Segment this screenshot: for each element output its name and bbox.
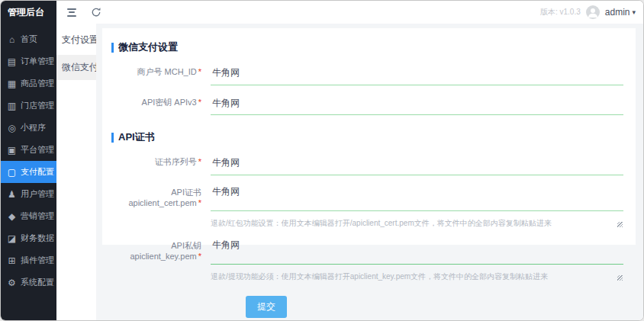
sidebar-item-label: 系统配置 <box>21 277 54 288</box>
app-logo: 管理后台 <box>1 1 56 24</box>
sidebar-item-platform[interactable]: ▣ 平台管理 <box>1 139 56 161</box>
required-mark: * <box>198 198 201 207</box>
sidebar-item-label: 商品管理 <box>21 78 54 89</box>
sidebar-item-users[interactable]: ♟ 用户管理 <box>1 183 56 205</box>
cert-serial-label: 证书序列号* <box>111 155 211 168</box>
sidebar-item-label: 首页 <box>21 34 37 45</box>
avatar[interactable] <box>586 5 600 19</box>
version-label: 版本: v1.0.3 <box>540 7 581 18</box>
sidebar-item-label: 财务数据 <box>21 233 54 244</box>
sidebar-item-label: 门店管理 <box>21 100 54 111</box>
sidebar-item-payment-config[interactable]: ▢ 支付配置 <box>1 161 56 183</box>
api-key-label: API密钥 APIv3* <box>111 95 211 108</box>
main-content: 微信支付设置 商户号 MCH_ID* API密钥 APIv3* <box>96 24 643 320</box>
orders-icon: ▤ <box>7 56 17 67</box>
api-private-key-textarea[interactable]: 牛角网 <box>211 239 623 265</box>
users-icon: ♟ <box>7 189 17 200</box>
chevron-down-icon: ▾ <box>632 8 636 16</box>
sidebar-item-stores[interactable]: ▥ 门店管理 <box>1 95 56 117</box>
submenu-item-wechat-pay[interactable]: 微信支付 <box>56 55 96 80</box>
products-icon: ▦ <box>7 79 17 89</box>
topbar: 版本: v1.0.3 admin ▾ <box>56 1 643 24</box>
submenu-title: 支付设置 <box>56 24 96 55</box>
miniprogram-icon: ◎ <box>7 123 17 133</box>
stores-icon: ▥ <box>7 101 17 111</box>
section-accent-bar <box>111 43 114 53</box>
admin-window: 管理后台 ⌂ 首页 ▤ 订单管理 ▦ 商品管理 ▥ 门店管理 ◎ 小程序 <box>0 0 644 321</box>
mch-id-label: 商户号 MCH_ID* <box>111 65 211 78</box>
sidebar-item-miniprogram[interactable]: ◎ 小程序 <box>1 117 56 139</box>
cert-serial-input[interactable] <box>211 158 623 175</box>
refresh-icon[interactable] <box>90 6 102 18</box>
username-label: admin <box>605 7 630 18</box>
sidebar-item-system[interactable]: ⚙ 系统配置 <box>1 271 56 294</box>
form-row-api-cert: API证书 apiclient_cert.pem* 牛角网 退款/红包功能设置：… <box>111 185 625 229</box>
api-cert-textarea[interactable]: 牛角网 <box>211 185 623 211</box>
settings-card: 微信支付设置 商户号 MCH_ID* API密钥 APIv3* <box>102 28 636 245</box>
api-private-key-help-text: 退款/提现功能必须：使用文本编辑器打开apiclient_key.pem文件，将… <box>211 271 623 282</box>
sidebar-nav: ⌂ 首页 ▤ 订单管理 ▦ 商品管理 ▥ 门店管理 ◎ 小程序 ▣ 平台管理 <box>1 28 56 294</box>
home-icon: ⌂ <box>7 34 17 45</box>
sidebar-item-label: 平台管理 <box>21 144 54 156</box>
sidebar-item-plugins[interactable]: ⊞ 插件管理 <box>1 249 56 271</box>
submit-row: 提交 <box>111 296 625 318</box>
sidebar-item-finance[interactable]: ◪ 财务数据 <box>1 227 56 249</box>
section-title-text: API证书 <box>118 130 155 144</box>
user-menu[interactable]: admin ▾ <box>605 7 636 18</box>
sidebar-item-orders[interactable]: ▤ 订单管理 <box>1 50 56 72</box>
sidebar-item-label: 营销管理 <box>21 210 54 222</box>
resize-handle-icon[interactable] <box>617 275 623 281</box>
sidebar-item-label: 支付配置 <box>21 166 54 178</box>
collapse-menu-icon[interactable] <box>66 6 78 18</box>
api-cert-help-text: 退款/红包功能设置：使用文本编辑器打开/apiclient_cert.pem文件… <box>211 218 623 229</box>
form-row-mch-id: 商户号 MCH_ID* <box>111 65 625 85</box>
resize-handle-icon[interactable] <box>617 222 623 227</box>
plugins-icon: ⊞ <box>7 255 17 266</box>
section-title-text: 微信支付设置 <box>118 40 178 54</box>
marketing-icon: ◆ <box>7 211 17 222</box>
primary-sidebar: 管理后台 ⌂ 首页 ▤ 订单管理 ▦ 商品管理 ▥ 门店管理 ◎ 小程序 <box>1 1 56 320</box>
required-mark: * <box>198 98 201 107</box>
section-wechat-pay-settings: 微信支付设置 <box>111 40 625 54</box>
required-mark: * <box>198 67 201 76</box>
platform-icon: ▣ <box>7 145 17 156</box>
sidebar-item-home[interactable]: ⌂ 首页 <box>1 28 56 50</box>
sidebar-item-marketing[interactable]: ◆ 营销管理 <box>1 205 56 227</box>
sidebar-item-label: 订单管理 <box>21 56 54 67</box>
api-key-input[interactable] <box>211 98 623 115</box>
required-mark: * <box>198 157 201 166</box>
sidebar-item-products[interactable]: ▦ 商品管理 <box>1 72 56 95</box>
api-cert-label: API证书 apiclient_cert.pem* <box>111 185 211 207</box>
sidebar-item-label: 用户管理 <box>21 188 54 200</box>
settings-icon: ⚙ <box>7 278 17 288</box>
section-accent-bar <box>111 133 114 143</box>
submit-button[interactable]: 提交 <box>246 296 287 318</box>
api-private-key-label: API私钥 apiclient_key.pem* <box>111 239 211 261</box>
mch-id-input[interactable] <box>211 68 623 85</box>
sidebar-item-label: 小程序 <box>21 122 46 133</box>
sidebar-item-label: 插件管理 <box>21 255 54 266</box>
secondary-sidebar: 支付设置 微信支付 <box>56 24 96 320</box>
payment-icon: ▢ <box>7 167 17 178</box>
form-row-api-private-key: API私钥 apiclient_key.pem* 牛角网 退款/提现功能必须：使… <box>111 239 625 282</box>
section-api-certificate: API证书 <box>111 130 625 144</box>
required-mark: * <box>198 252 201 261</box>
form-row-api-key: API密钥 APIv3* <box>111 95 625 116</box>
form-row-cert-serial: 证书序列号* <box>111 155 625 175</box>
finance-icon: ◪ <box>7 233 17 244</box>
